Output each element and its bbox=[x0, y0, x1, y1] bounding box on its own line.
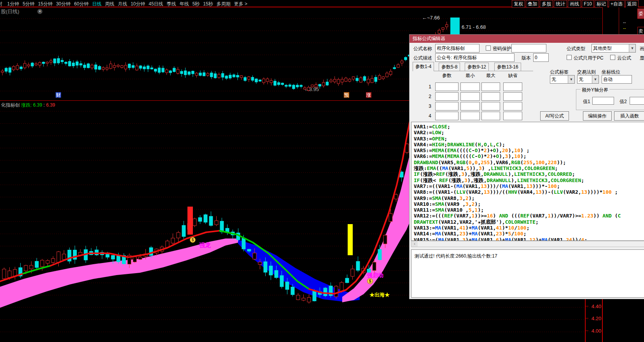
menu-item-15分钟[interactable]: 15分钟 bbox=[38, 1, 52, 7]
value2-input[interactable] bbox=[630, 97, 644, 105]
menu-item-10分钟[interactable]: 10分钟 bbox=[131, 1, 145, 7]
menu-item-1分钟[interactable]: 1分钟 bbox=[7, 1, 19, 7]
pc-only-checkbox[interactable] bbox=[567, 55, 572, 60]
insert-function-button[interactable]: 插入函数 bbox=[614, 111, 644, 121]
toolbar-button-F10[interactable]: F10 bbox=[582, 0, 594, 8]
dialog-title-bar[interactable]: 指标公式编辑器 bbox=[410, 35, 644, 43]
formula-tag-label: 公式标签 bbox=[550, 69, 569, 75]
tab-参数9-12[interactable]: 参数9-12 bbox=[465, 63, 489, 71]
menu-item-45日线[interactable]: 45日线 bbox=[149, 1, 163, 7]
code-line: DRAWTEXT(VAR12,VAR2,'★抓底部'),COLORWHITE; bbox=[414, 219, 621, 225]
menu-item-年线[interactable]: 年线 bbox=[180, 1, 189, 7]
param-input-r2c1[interactable] bbox=[435, 92, 458, 101]
menu-item-30分钟[interactable]: 30分钟 bbox=[56, 1, 70, 7]
tab-参数5-8[interactable]: 参数5-8 bbox=[439, 63, 460, 71]
indicator-name: 化指标创 bbox=[1, 102, 20, 108]
code-line: VAR4:=HIGH;DRAWKLINE(H,O,L,C); bbox=[414, 142, 621, 147]
horizontal-scrollbar[interactable]: ‹ bbox=[411, 241, 644, 247]
toolbar-button-返回[interactable]: 返回 bbox=[625, 0, 639, 8]
formula-type-dropdown[interactable]: 其他类型 ▼ bbox=[592, 44, 636, 53]
dropdown-arrow-icon[interactable]: ▼ bbox=[629, 44, 635, 52]
param-col-header: 参数 bbox=[435, 72, 458, 79]
order-header-cell: 委 bbox=[637, 9, 644, 19]
chart-marker-涨: 涨 bbox=[366, 92, 371, 98]
code-line: VAR1:=CLOSE; bbox=[414, 124, 621, 130]
dropdown-arrow-icon[interactable]: ▼ bbox=[568, 75, 574, 83]
timeframe-menu-bar: 时 1分钟5分钟15分钟30分钟60分钟日线周线月线10分钟45日线季线年线5秒… bbox=[0, 0, 644, 7]
toolbar-button-复权[interactable]: 复权 bbox=[512, 0, 525, 8]
password-protect-label: 密码保护 bbox=[493, 46, 511, 52]
param-input-r2c2[interactable] bbox=[460, 92, 480, 101]
toolbar-button-统计[interactable]: 统计 bbox=[554, 0, 567, 8]
indicator-value-bar: 化指标创 涨跌: 6.39 : 6.39 bbox=[1, 102, 55, 109]
toolbar-button-多股[interactable]: 多股 bbox=[540, 0, 553, 8]
param-input-r4c4[interactable] bbox=[503, 112, 522, 120]
menu-item-多周期[interactable]: 多周期 bbox=[217, 1, 231, 7]
draw-method-label-partial: 画 bbox=[640, 46, 644, 52]
app-window: 时 1分钟5分钟15分钟30分钟60分钟日线周线月线10分钟45日线季线年线5秒… bbox=[0, 0, 644, 342]
param-input-r3c4[interactable] bbox=[503, 102, 522, 110]
formula-name-label: 公式名称 bbox=[413, 46, 432, 52]
menu-item-更多 >[interactable]: 更多 > bbox=[234, 1, 247, 7]
param-col-header: 最小 bbox=[460, 72, 480, 79]
menu-item-5秒[interactable]: 5秒 bbox=[192, 1, 200, 7]
param-input-r1c1[interactable] bbox=[435, 82, 458, 91]
indicator-value-green: 6.39 bbox=[33, 102, 42, 108]
toolbar-button-标记[interactable]: 标记 bbox=[595, 0, 608, 8]
moneybag-icon: $ bbox=[190, 237, 196, 243]
extra-yaxis-label: 额外Y轴分界 bbox=[581, 87, 609, 93]
cloud-formula-checkbox[interactable] bbox=[610, 55, 615, 60]
menu-item-日线[interactable]: 日线 bbox=[92, 1, 102, 7]
version-input[interactable] bbox=[533, 53, 549, 62]
coord-line-input[interactable] bbox=[602, 75, 632, 84]
dropdown-arrow-icon[interactable]: ▼ bbox=[592, 75, 598, 83]
param-input-r3c3[interactable] bbox=[481, 102, 500, 110]
code-line: VAR15:=(MA(VAR1,3)+MA(VAR1,6)+MA(VAR1,12… bbox=[414, 237, 621, 241]
password-input[interactable] bbox=[511, 44, 546, 53]
param-input-r1c3[interactable] bbox=[481, 82, 500, 91]
tab-参数1-4[interactable]: 参数1-4 bbox=[413, 62, 434, 71]
code-line: VAR14:=MA(VAR1,23)+MA(VAR1,23)*5/100; bbox=[414, 231, 621, 237]
toolbar-button-叠加[interactable]: 叠加 bbox=[526, 0, 539, 8]
password-protect-checkbox[interactable] bbox=[486, 46, 491, 51]
param-input-r1c4[interactable] bbox=[503, 82, 522, 91]
code-line: VAR6:=MEMA(MEMA((((C-O)*2)+O),3),10); bbox=[414, 153, 621, 159]
formula-name-input[interactable] bbox=[435, 44, 480, 53]
trade-rule-label: 交易法则 bbox=[577, 69, 596, 75]
code-line: VAR3:=OPEN; bbox=[414, 136, 621, 142]
value1-input[interactable] bbox=[592, 97, 614, 105]
menu-item-15秒[interactable]: 15秒 bbox=[203, 1, 213, 7]
param-input-r1c2[interactable] bbox=[460, 82, 480, 91]
menu-item-季线[interactable]: 季线 bbox=[167, 1, 176, 7]
formula-desc-input[interactable] bbox=[435, 53, 514, 62]
code-line: DRAWBAND(VAR5,RGB(0,0,255),VAR6,RGB(255,… bbox=[414, 160, 621, 165]
moneybag-icon: $ bbox=[367, 278, 373, 284]
param-input-r3c2[interactable] bbox=[460, 102, 480, 110]
trade-rule-dropdown[interactable]: 无 ▼ bbox=[577, 75, 599, 84]
ai-write-formula-button[interactable]: AI写公式 bbox=[540, 111, 569, 121]
tab-参数13-16[interactable]: 参数13-16 bbox=[494, 63, 521, 71]
param-input-r3c1[interactable] bbox=[435, 102, 458, 110]
param-input-r4c1[interactable] bbox=[435, 112, 458, 120]
code-line: VAR10:=SMA(VAR9 ,3,2); bbox=[414, 201, 621, 207]
param-input-r4c2[interactable] bbox=[460, 112, 480, 120]
formula-tag-dropdown[interactable]: 无 ▼ bbox=[550, 75, 575, 84]
menu-item-月线[interactable]: 月线 bbox=[118, 1, 127, 7]
edit-operation-button[interactable]: 编辑操作 bbox=[583, 111, 612, 121]
pc-only-label: 公式只用于PC bbox=[574, 55, 604, 61]
formula-code-editor[interactable]: VAR1:=CLOSE;VAR2:=LOW;VAR3:=OPEN;VAR4:=H… bbox=[411, 122, 644, 241]
param-input-r2c3[interactable] bbox=[481, 92, 500, 101]
scroll-left-arrow-icon[interactable]: ‹ bbox=[411, 241, 418, 247]
value1-label: 值1 bbox=[583, 98, 590, 105]
menu-item-周线[interactable]: 周线 bbox=[105, 1, 114, 7]
param-input-r4c3[interactable] bbox=[481, 112, 500, 120]
toolbar-button-画线[interactable]: 画线 bbox=[568, 0, 581, 8]
menu-item-60分钟[interactable]: 60分钟 bbox=[74, 1, 89, 7]
toolbar-button-+自选[interactable]: +自选 bbox=[609, 0, 625, 8]
param-input-r2c4[interactable] bbox=[503, 92, 522, 101]
menu-item-partial[interactable]: 时 bbox=[0, 1, 2, 7]
indicator-formula-editor-dialog: 指标公式编辑器 公式名称 密码保护 公式类型 其他类型 ▼ 画 公式描述 版本 … bbox=[409, 34, 644, 299]
param-row-number: 3 bbox=[426, 103, 431, 109]
menu-item-5分钟[interactable]: 5分钟 bbox=[23, 1, 35, 7]
version-label: 版本 bbox=[522, 55, 531, 61]
